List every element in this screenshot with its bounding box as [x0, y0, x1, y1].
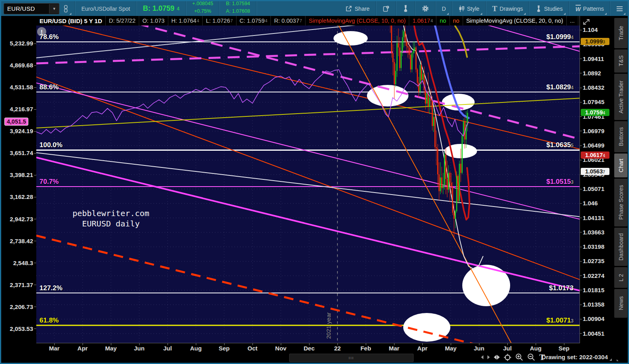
- menu-icon: [617, 5, 623, 12]
- left-axis-tick: [34, 87, 36, 88]
- sidebar-tab-phase-scores[interactable]: Phase Scores: [614, 179, 627, 226]
- ask-small: A: 1.07608: [226, 9, 250, 14]
- x-axis-month-label: Jun: [134, 345, 145, 352]
- right-axis-tick-label: 1.07945: [583, 98, 604, 105]
- x-axis-month-label: Apr: [417, 345, 428, 352]
- chart-hscrollbar[interactable]: III: [289, 354, 414, 362]
- right-axis-tick-label: 1.04131: [583, 214, 604, 221]
- right-axis-tick-label: 1.01358: [583, 301, 604, 308]
- left-axis-tick-label: 3,651.74: [2, 150, 33, 156]
- right-axis-tick-label: 1.02274: [583, 272, 604, 279]
- right-axis-tick: [580, 203, 582, 204]
- zoom-out-icon[interactable]: [527, 353, 535, 361]
- sidebar-tab-buttons[interactable]: Buttons: [614, 121, 627, 152]
- link-button[interactable]: [59, 1, 72, 16]
- drawing-set-selector[interactable]: Drawing set: 2022-0304: [542, 354, 608, 360]
- right-axis-tick-label: 1.03198: [583, 243, 604, 250]
- x-axis-tick: [394, 343, 394, 345]
- candle-body: [405, 31, 406, 42]
- highlight-ellipse: [462, 265, 510, 306]
- right-axis-tick: [580, 189, 582, 189]
- x-axis-tick: [309, 343, 310, 345]
- right-axis-tick-label: 1.03663: [583, 229, 604, 236]
- analyze-button[interactable]: [399, 1, 412, 16]
- pan-right-icon[interactable]: [487, 355, 490, 359]
- toolbar-separator: [136, 1, 137, 16]
- drawings-button[interactable]: T Drawings: [489, 1, 526, 16]
- dropdown-corner: [524, 13, 526, 15]
- candle-body: [396, 43, 398, 71]
- zoom-in-icon[interactable]: [515, 353, 523, 361]
- share-button[interactable]: Share: [342, 1, 373, 16]
- right-axis-tick: [580, 232, 582, 232]
- right-axis-tick: [580, 218, 582, 218]
- fib-price-label: $1.06355: [510, 141, 574, 149]
- toolbar-separator: [569, 1, 570, 16]
- candle-body: [446, 155, 447, 179]
- sidebar-tab-label: L 2: [618, 274, 624, 281]
- watermark: pebblewriter.com EURUSD daily: [61, 208, 161, 229]
- x-axis-month-label: Oct: [247, 345, 257, 352]
- fast-pan-icon[interactable]: [494, 355, 500, 360]
- x-axis-tick: [168, 343, 168, 345]
- left-axis-tick: [34, 197, 36, 197]
- fib-percent-label: 70.7%: [39, 178, 59, 186]
- right-axis-tick: [580, 116, 582, 117]
- left-axis-tick: [34, 131, 36, 132]
- candle-body: [425, 90, 426, 104]
- toolbar-separator: [376, 1, 377, 16]
- symbol-dropdown-arrow-icon[interactable]: ▼: [49, 4, 59, 14]
- right-axis-tick: [580, 102, 582, 102]
- sidebar-tab-l-2[interactable]: L 2: [614, 267, 627, 288]
- candle-body: [410, 55, 411, 69]
- candle-body: [422, 74, 424, 80]
- sidebar-tab-t-s[interactable]: T&S: [614, 49, 627, 73]
- candle-body: [443, 185, 444, 188]
- studies-button[interactable]: Studies: [532, 1, 566, 16]
- candle-body: [452, 187, 454, 212]
- right-axis-tick-label: 1.06499: [583, 142, 604, 149]
- sidebar-tab-news[interactable]: News: [614, 289, 627, 318]
- pan-left-icon[interactable]: [481, 355, 483, 359]
- timeframe-button[interactable]: D: [438, 1, 450, 16]
- details-button[interactable]: i: [379, 1, 393, 16]
- right-axis-tick-label: 1.00904: [583, 315, 604, 322]
- candle-body: [399, 47, 400, 68]
- x-axis-month-label: Mar: [389, 345, 400, 352]
- expand-icon[interactable]: [582, 18, 591, 26]
- candle-body: [450, 173, 451, 183]
- chart-canvas[interactable]: [36, 16, 580, 343]
- sidebar-tab-dashboard[interactable]: Dashboard: [614, 228, 627, 266]
- bid-small: B: 1.07594: [226, 1, 250, 6]
- x-axis-tick: [224, 343, 225, 345]
- sidebar-tab-label: Dashboard: [618, 233, 624, 261]
- x-axis-tick: [83, 343, 83, 345]
- symbol-input[interactable]: EUR/USD ▼: [4, 3, 59, 14]
- x-axis-month-label: Jul: [503, 345, 512, 352]
- right-axis-tick: [580, 333, 582, 334]
- candle-body: [391, 24, 392, 53]
- menu-button[interactable]: [613, 1, 626, 16]
- right-axis-tick: [580, 290, 582, 290]
- style-button[interactable]: Style: [455, 1, 483, 16]
- candle-body: [456, 176, 457, 211]
- dropdown-corner: [605, 13, 607, 15]
- left-axis-tick-label: 2,942.73: [2, 216, 33, 222]
- right-axis-tick: [580, 160, 582, 160]
- toolbar-separator: [75, 1, 75, 16]
- right-axis-tick: [580, 59, 582, 59]
- candle-body: [421, 65, 422, 80]
- symbol-value[interactable]: EUR/USD: [4, 5, 49, 12]
- sidebar-tab-trade[interactable]: Trade: [614, 18, 627, 48]
- sidebar-tab-chart[interactable]: Chart: [614, 153, 627, 177]
- sidebar-tab-active-trader[interactable]: Active Trader: [614, 74, 627, 120]
- toolbar-separator: [415, 1, 416, 16]
- left-axis-tick-label: 2,371.37: [2, 281, 33, 288]
- crosshair-icon[interactable]: [504, 354, 511, 361]
- right-axis-tick: [580, 146, 582, 146]
- settings-button[interactable]: [418, 1, 433, 16]
- sidebar-tab-label: News: [618, 296, 624, 310]
- fib-percent-label: 88.6%: [39, 83, 59, 91]
- candle-body: [395, 71, 396, 84]
- patterns-button[interactable]: W Patterns: [572, 1, 607, 16]
